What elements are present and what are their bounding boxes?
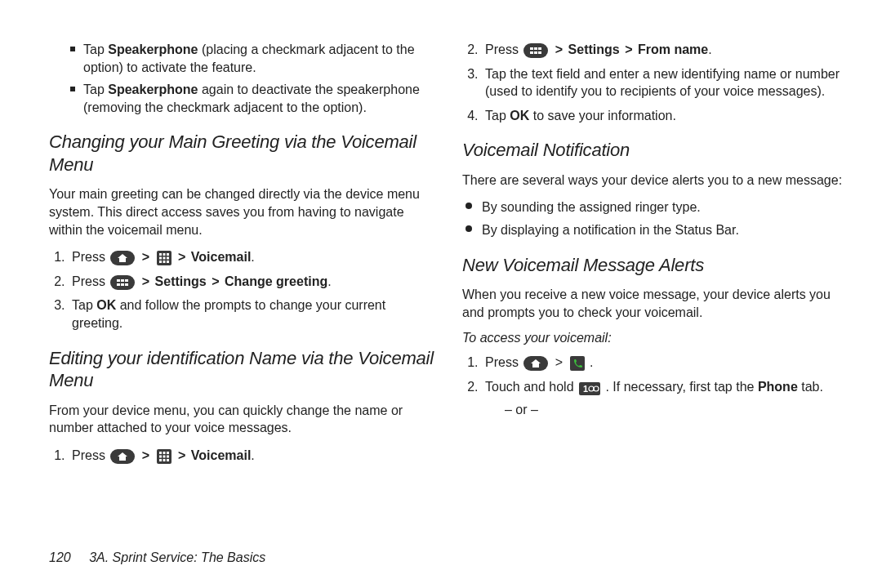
change-greeting-label: Change greeting <box>225 274 327 288</box>
list-item: By sounding the assigned ringer type. <box>466 198 849 216</box>
text: Touch and hold <box>485 380 577 394</box>
speakerphone-bullets: Tap Speakerphone (placing a checkmark ad… <box>49 41 436 116</box>
text: Press <box>72 250 109 264</box>
heading-new-voicemail-alerts: New Voicemail Message Alerts <box>462 254 849 277</box>
text: Press <box>485 355 522 369</box>
list-item: Press > > Voicemail. <box>69 248 436 266</box>
home-icon <box>523 356 548 371</box>
separator: > <box>142 274 154 288</box>
list-item: Tap Speakerphone again to deactivate the… <box>70 81 436 116</box>
change-greeting-steps: Press > > Voicemail. Press > Settings > … <box>49 248 436 332</box>
section-title: 3A. Sprint Service: The Basics <box>89 550 265 564</box>
voicemail-label: Voicemail <box>191 448 252 462</box>
phone-tab-label: Phone <box>758 380 798 394</box>
left-column: Tap Speakerphone (placing a checkmark ad… <box>49 41 436 479</box>
list-item: Press > Settings > Change greeting. <box>69 273 436 291</box>
page-footer: 120 3A. Sprint Service: The Basics <box>49 550 265 565</box>
text: Tap <box>83 42 108 56</box>
separator: > <box>555 355 567 369</box>
heading-change-greeting: Changing your Main Greeting via the Voic… <box>49 131 436 176</box>
separator: > <box>555 42 567 56</box>
text: Tap <box>485 109 510 122</box>
text: . <box>251 448 254 462</box>
phone-icon <box>570 356 585 371</box>
text: Press <box>485 42 522 56</box>
separator: > <box>625 42 636 56</box>
speakerphone-label: Speakerphone <box>108 82 198 96</box>
or-separator: – or – <box>505 401 849 419</box>
heading-edit-id-name: Editing your identification Name via the… <box>49 347 436 392</box>
apps-icon <box>157 251 172 265</box>
separator: > <box>142 448 154 462</box>
ok-label: OK <box>96 298 116 312</box>
text: . <box>590 355 593 369</box>
list-item: Tap OK to save your information. <box>482 107 849 125</box>
text: Tap <box>83 82 108 96</box>
list-item: By displaying a notification in the Stat… <box>466 221 849 239</box>
text: . <box>327 274 331 288</box>
text: . <box>708 42 711 56</box>
menu-icon <box>110 275 135 290</box>
apps-icon <box>157 449 172 464</box>
paragraph: There are several ways your device alert… <box>462 172 849 189</box>
text: and follow the prompts to change your cu… <box>72 298 385 330</box>
text: . If necessary, first tap the <box>605 380 757 394</box>
text: Press <box>72 274 109 288</box>
settings-label: Settings <box>155 274 207 288</box>
heading-voicemail-notification: Voicemail Notification <box>462 139 849 162</box>
list-item: Tap OK and follow the prompts to change … <box>69 296 436 332</box>
separator: > <box>212 274 223 288</box>
ok-label: OK <box>510 109 529 122</box>
lead-access-voicemail: To access your voicemail: <box>462 331 849 345</box>
separator: > <box>142 250 154 264</box>
menu-icon <box>523 43 548 58</box>
text: to save your information. <box>529 109 676 122</box>
list-item: Tap the text field and enter a new ident… <box>482 65 849 100</box>
page-number: 120 <box>49 550 71 564</box>
separator: > <box>178 448 189 462</box>
list-item: Touch and hold . If necessary, first tap… <box>482 378 849 418</box>
settings-label: Settings <box>568 42 620 56</box>
manual-page: Tap Speakerphone (placing a checkmark ad… <box>0 0 882 588</box>
text: Press <box>72 448 109 462</box>
access-voicemail-steps: Press > . Touch and hold . If necessary,… <box>462 354 849 418</box>
edit-id-steps: Press > > Voicemail. <box>49 447 436 465</box>
home-icon <box>110 449 135 464</box>
voicemail-key-icon <box>579 382 600 395</box>
voicemail-label: Voicemail <box>191 250 252 264</box>
columns: Tap Speakerphone (placing a checkmark ad… <box>49 41 849 479</box>
notification-bullets: By sounding the assigned ringer type. By… <box>462 198 849 238</box>
separator: > <box>178 250 189 264</box>
text: . <box>251 250 254 264</box>
list-item: Press > Settings > From name. <box>482 41 849 59</box>
list-item: Press > . <box>482 354 849 372</box>
speakerphone-label: Speakerphone <box>108 42 198 56</box>
paragraph: When you receive a new voice message, yo… <box>462 286 849 321</box>
list-item: Tap Speakerphone (placing a checkmark ad… <box>70 41 436 76</box>
text: tab. <box>798 380 823 394</box>
edit-id-steps-cont: Press > Settings > From name. Tap the te… <box>462 41 849 124</box>
paragraph: From your device menu, you can quickly c… <box>49 402 436 437</box>
paragraph: Your main greeting can be changed direct… <box>49 185 436 238</box>
right-column: Press > Settings > From name. Tap the te… <box>462 41 849 479</box>
home-icon <box>110 251 135 265</box>
text: Tap <box>72 298 96 312</box>
from-name-label: From name <box>638 42 708 56</box>
list-item: Press > > Voicemail. <box>69 447 436 465</box>
